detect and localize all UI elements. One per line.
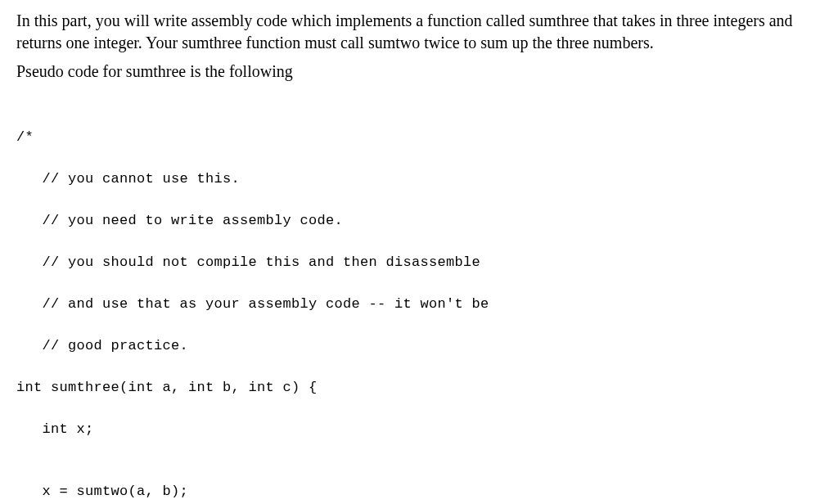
code-line: // good practice. — [16, 335, 822, 357]
paragraph-1: In this part, you will write assembly co… — [16, 10, 822, 54]
code-line: x = sumtwo(a, b); — [16, 481, 822, 502]
code-line: int x; — [16, 419, 822, 440]
instruction-text: In this part, you will write assembly co… — [16, 10, 822, 83]
code-line: // you cannot use this. — [16, 169, 822, 190]
pseudocode-block: /* // you cannot use this. // you need t… — [16, 106, 822, 504]
code-line: /* — [16, 127, 822, 148]
paragraph-2: Pseudo code for sumthree is the followin… — [16, 61, 822, 83]
code-line: // you should not compile this and then … — [16, 252, 822, 273]
code-line: // and use that as your assembly code --… — [16, 294, 822, 315]
code-line: int sumthree(int a, int b, int c) { — [16, 377, 822, 398]
code-line: // you need to write assembly code. — [16, 210, 822, 232]
